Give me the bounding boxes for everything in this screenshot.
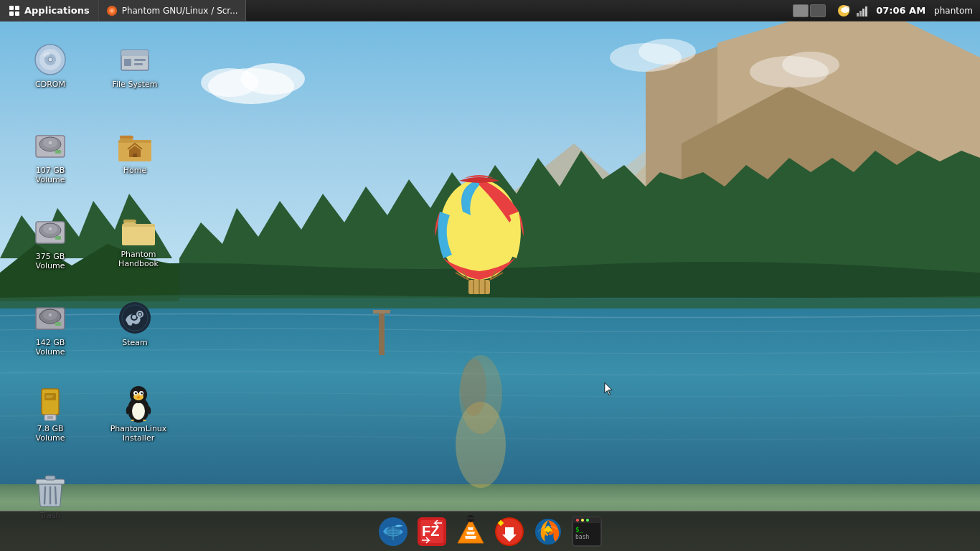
svg-point-32 bbox=[841, 7, 849, 13]
svg-point-68 bbox=[138, 313, 141, 316]
svg-point-50 bbox=[48, 141, 52, 145]
home-label: Home bbox=[123, 166, 146, 175]
phantomlinux-installer-icon[interactable]: PhantomLinux Installer bbox=[106, 384, 171, 446]
workspace-switcher bbox=[793, 4, 826, 17]
gtk-update-manager-taskbar-icon[interactable] bbox=[492, 514, 527, 549]
workspace-1[interactable] bbox=[793, 4, 809, 17]
svg-line-89 bbox=[55, 487, 56, 504]
svg-rect-86 bbox=[45, 476, 55, 480]
svg-rect-33 bbox=[857, 13, 859, 17]
phantom-handbook-label: Phantom Handbook bbox=[110, 250, 167, 268]
svg-rect-70 bbox=[44, 393, 56, 400]
svg-point-83 bbox=[136, 392, 137, 393]
panel-right: 07:06 AM phantom bbox=[793, 0, 980, 21]
workspace-2[interactable] bbox=[810, 4, 826, 17]
volume78-icon[interactable]: 7.8 GB Volume bbox=[22, 384, 79, 446]
svg-point-76 bbox=[132, 402, 145, 420]
svg-rect-51 bbox=[55, 150, 61, 154]
svg-point-18 bbox=[201, 68, 258, 97]
phantomlinux-installer-label: PhantomLinux Installer bbox=[110, 424, 167, 443]
steam-icon[interactable]: Steam bbox=[106, 298, 164, 350]
svg-point-66 bbox=[132, 315, 136, 319]
svg-rect-23 bbox=[9, 6, 14, 10]
taskbar: FZ bbox=[0, 511, 980, 551]
home-icon[interactable]: Home bbox=[106, 126, 164, 178]
steam-image bbox=[118, 301, 152, 335]
svg-rect-26 bbox=[15, 11, 19, 16]
network-icon[interactable] bbox=[854, 3, 870, 19]
svg-line-87 bbox=[44, 487, 45, 504]
svg-text:$_: $_ bbox=[575, 526, 583, 533]
top-panel: Applications Phantom GNU/Linux / Scr... bbox=[0, 0, 980, 22]
phantomlinux-installer-image bbox=[121, 387, 156, 421]
filesystem-icon[interactable]: File System bbox=[106, 39, 164, 92]
weather-icon[interactable] bbox=[836, 3, 852, 19]
svg-rect-44 bbox=[124, 59, 131, 66]
clock[interactable]: 07:06 AM bbox=[876, 5, 925, 16]
applications-menu[interactable]: Applications bbox=[0, 0, 99, 21]
svg-text:bash: bash bbox=[575, 534, 589, 540]
volume142-icon[interactable]: 142 GBVolume bbox=[22, 298, 79, 359]
steam-label: Steam bbox=[122, 338, 148, 347]
volume78-label: 7.8 GB Volume bbox=[22, 424, 79, 443]
desktop: Applications Phantom GNU/Linux / Scr... bbox=[0, 0, 980, 551]
vlc-taskbar-icon[interactable] bbox=[453, 514, 488, 549]
svg-rect-69 bbox=[42, 389, 59, 415]
svg-rect-57 bbox=[55, 236, 61, 240]
volume107-image bbox=[33, 128, 67, 163]
trash-image bbox=[33, 474, 67, 508]
svg-rect-15 bbox=[373, 310, 390, 314]
applications-label: Applications bbox=[24, 5, 90, 16]
filezilla-taskbar-icon[interactable]: FZ bbox=[415, 514, 449, 549]
username-label: phantom bbox=[934, 6, 973, 16]
svg-rect-46 bbox=[134, 63, 143, 65]
phantom-handbook-image bbox=[121, 212, 156, 247]
cdrom-icon[interactable]: CDROM bbox=[22, 39, 79, 92]
active-window-button[interactable]: Phantom GNU/Linux / Scr... bbox=[99, 0, 246, 21]
volume107-label: 107 GBVolume bbox=[36, 166, 65, 184]
volume375-label: 375 GBVolume bbox=[36, 252, 65, 270]
svg-point-22 bbox=[782, 52, 839, 77]
filesystem-label: File System bbox=[113, 80, 158, 89]
volume107-icon[interactable]: 107 GBVolume bbox=[22, 126, 79, 187]
notification-area bbox=[836, 3, 870, 19]
svg-point-109 bbox=[586, 519, 589, 522]
svg-rect-99 bbox=[467, 517, 474, 519]
active-window-label: Phantom GNU/Linux / Scr... bbox=[122, 6, 238, 16]
svg-point-108 bbox=[581, 519, 584, 522]
terminal-taskbar-icon[interactable]: $_ bash bbox=[570, 514, 604, 549]
applications-icon bbox=[9, 5, 20, 17]
svg-point-4 bbox=[461, 359, 486, 416]
svg-rect-34 bbox=[859, 11, 862, 17]
svg-point-56 bbox=[48, 227, 52, 231]
svg-rect-35 bbox=[862, 9, 864, 17]
svg-point-40 bbox=[48, 57, 52, 62]
svg-point-81 bbox=[135, 392, 137, 395]
svg-rect-52 bbox=[133, 154, 137, 157]
volume375-image bbox=[33, 215, 67, 249]
cdrom-image bbox=[33, 42, 67, 77]
svg-rect-14 bbox=[379, 312, 385, 355]
filesystem-image bbox=[118, 42, 152, 77]
svg-rect-25 bbox=[9, 11, 14, 16]
svg-point-61 bbox=[48, 313, 52, 317]
phantom-handbook-icon[interactable]: Phantom Handbook bbox=[106, 209, 171, 271]
svg-rect-43 bbox=[121, 50, 149, 56]
svg-rect-36 bbox=[865, 6, 867, 17]
cdrom-label: CDROM bbox=[35, 80, 65, 89]
volume142-label: 142 GBVolume bbox=[36, 338, 65, 357]
volume375-icon[interactable]: 375 GBVolume bbox=[22, 212, 79, 273]
svg-point-29 bbox=[110, 9, 113, 12]
svg-point-20 bbox=[639, 39, 696, 65]
svg-rect-62 bbox=[55, 322, 61, 326]
phantom-favicon bbox=[106, 5, 118, 17]
volume78-image bbox=[33, 387, 67, 421]
thunderbird-taskbar-icon[interactable] bbox=[376, 514, 410, 549]
home-image bbox=[118, 128, 152, 163]
volume142-image bbox=[33, 301, 67, 335]
firefox-taskbar-icon[interactable] bbox=[531, 514, 565, 549]
svg-point-82 bbox=[141, 392, 143, 395]
svg-rect-24 bbox=[15, 6, 19, 10]
svg-point-84 bbox=[142, 392, 143, 393]
svg-point-107 bbox=[576, 519, 579, 522]
